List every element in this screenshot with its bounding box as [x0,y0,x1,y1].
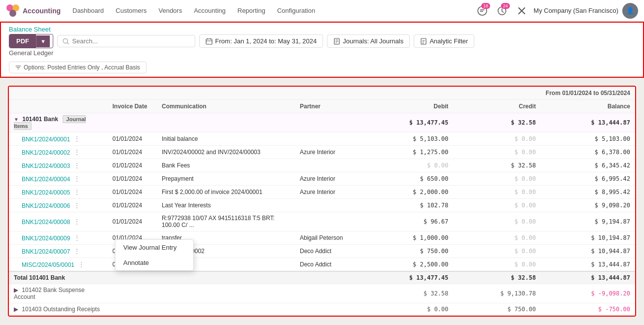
col-invoice-date: Invoice Date [107,100,157,113]
report-selector: Balance Sheet PDF ▼ General Ledger [9,26,53,57]
cell-partner: Azure Interior [295,172,359,186]
chevron-down-icon[interactable]: ▼ [14,117,19,122]
entry-ref[interactable]: BNK1/2024/00008 [22,219,70,226]
user-avatar[interactable]: 👤 [622,3,638,19]
cell-communication: Prepayment [157,172,295,186]
row-menu-icon[interactable]: ⋮ [73,247,80,255]
col-debit: Debit [359,100,453,113]
entry-ref[interactable]: BNK1/2024/00009 [22,235,70,242]
app-logo[interactable]: Accounting [6,4,66,18]
nav-item-customers[interactable]: Customers [111,4,152,17]
nav-item-accounting[interactable]: Accounting [189,4,230,17]
row-menu-icon[interactable]: ⋮ [73,218,80,226]
cell-debit: $ 1,000.00 [359,231,453,245]
row-menu-icon[interactable]: ⋮ [73,188,80,196]
col-balance: Balance [541,100,635,113]
journals-filter-button[interactable]: Journals: All Journals [327,34,410,48]
context-menu-view-journal-entry[interactable]: View Journal Entry [115,240,193,255]
search-box[interactable] [57,35,195,47]
balance-sheet-link[interactable]: Balance Sheet [9,26,53,33]
entry-ref[interactable]: BNK1/2024/00005 [22,189,70,196]
cell-communication: Last Year Interests [157,199,295,212]
cell-date[interactable]: 01/01/2024 [107,132,157,146]
company-name[interactable]: My Company (San Francisco) [534,7,618,14]
entry-ref[interactable]: BNK1/2024/00002 [22,149,70,156]
svg-rect-5 [206,39,212,44]
nav-item-reporting[interactable]: Reporting [233,4,270,17]
cell-date[interactable]: 01/01/2024 [107,146,157,159]
col-credit: Credit [453,100,540,113]
entry-ref[interactable]: BNK1/2024/00001 [22,136,70,143]
cell-date[interactable]: 01/01/2024 [107,172,157,186]
cell-credit: $ 0.00 [453,258,540,272]
nav-item-configuration[interactable]: Configuration [272,4,320,17]
pdf-dropdown-toggle[interactable]: ▼ [36,35,50,47]
analytic-filter-label: Analytic Filter [429,37,468,45]
cell-partner: Abigail Peterson [295,231,359,245]
journal-icon [333,38,340,45]
col-account [9,100,107,113]
cell-debit: $ 96.67 [359,212,453,231]
entry-ref[interactable]: BNK1/2024/00006 [22,202,70,209]
cell-debit: $ 1,275.00 [359,146,453,159]
row-menu-icon[interactable]: ⋮ [78,260,85,268]
sub-account-row: ▶ 101403 Outstanding Receipts $ 0.00 $ 7… [9,303,635,316]
cell-date[interactable]: 01/01/2024 [107,159,157,172]
entry-ref[interactable]: BNK1/2024/00004 [22,176,70,183]
options-filter-button[interactable]: Options: Posted Entries Only , Accrual B… [9,62,146,73]
col-partner: Partner [295,100,359,113]
entry-ref[interactable]: BNK1/2024/00003 [22,162,70,169]
cell-debit: $ 2,000.00 [359,186,453,199]
activity-button[interactable]: 24 [494,3,510,19]
date-filter-label: From: Jan 1, 2024 to: May 31, 2024 [215,37,317,45]
cell-balance: $ 9,194.87 [541,212,635,231]
entry-ref[interactable]: BNK1/2024/00007 [22,248,70,255]
nav-item-dashboard[interactable]: Dashboard [68,4,109,17]
total-label: Total 101401 Bank [9,271,107,284]
close-debug-button[interactable] [514,3,530,19]
cell-date[interactable]: 01/01/2024 [107,186,157,199]
cell-partner [295,199,359,212]
table-row: BNK1/2024/00004 ⋮ 01/01/2024 Prepayment … [9,172,635,186]
expand-icon[interactable]: ▶ [14,306,18,313]
cell-balance: $ 5,103.00 [541,132,635,146]
table-row: MISC/2024/05/0001 ⋮ 05/15/2024 Deco Addi… [9,258,635,272]
cell-balance: $ 13,444.87 [541,258,635,272]
date-filter-button[interactable]: From: Jan 1, 2024 to: May 31, 2024 [199,34,323,48]
row-menu-icon[interactable]: ⋮ [73,148,80,156]
row-menu-icon[interactable]: ⋮ [73,175,80,183]
sub-account-row: ▶ 101402 Bank Suspense Account $ 32.58 $… [9,284,635,303]
table-row: BNK1/2024/00002 ⋮ 01/01/2024 INV/2024/00… [9,146,635,159]
general-ledger-link[interactable]: General Ledger [9,49,53,57]
expand-icon[interactable]: ▶ [14,287,18,293]
group-header-row: ▼ 101401 Bank Journal Items $ 13,477.45 … [9,113,635,132]
pdf-button[interactable]: PDF [9,34,36,48]
toolbar: Balance Sheet PDF ▼ General Ledger From:… [1,23,643,77]
sub-credit: $ 9,130.78 [453,284,540,303]
analytic-filter-button[interactable]: Analytic Filter [414,34,474,48]
table-row: BNK1/2024/00006 ⋮ 01/01/2024 Last Year I… [9,199,635,212]
row-menu-icon[interactable]: ⋮ [73,201,80,209]
row-menu-icon[interactable]: ⋮ [73,135,80,143]
cell-date[interactable]: 01/01/2024 [107,199,157,212]
row-menu-icon[interactable]: ⋮ [73,162,80,169]
cell-credit: $ 0.00 [453,212,540,231]
sub-debit: $ 0.00 [359,303,453,316]
cell-balance: $ 6,995.42 [541,172,635,186]
search-input[interactable] [72,37,190,45]
total-debit: $ 13,477.45 [359,271,453,284]
table-row: BNK1/2024/00007 ⋮ 01/01/2024 INV/2024/00… [9,245,635,258]
main-content: From 01/01/2024 to 05/31/2024 Invoice Da… [0,78,644,325]
total-credit: $ 32.58 [453,271,540,284]
cell-partner [295,132,359,146]
context-menu-annotate[interactable]: Annotate [115,255,193,270]
row-menu-icon[interactable]: ⋮ [73,234,80,242]
cell-date[interactable]: 01/01/2024 [107,212,157,231]
entry-ref[interactable]: MISC/2024/05/0001 [22,261,74,268]
cell-partner: Azure Interior [295,146,359,159]
cell-partner [295,159,359,172]
table-row: BNK1/2024/00009 ⋮ 01/01/2024 transfer Ab… [9,231,635,245]
nav-item-vendors[interactable]: Vendors [153,4,187,17]
chat-button[interactable]: 18 [474,3,490,19]
cell-balance: $ 6,378.00 [541,146,635,159]
